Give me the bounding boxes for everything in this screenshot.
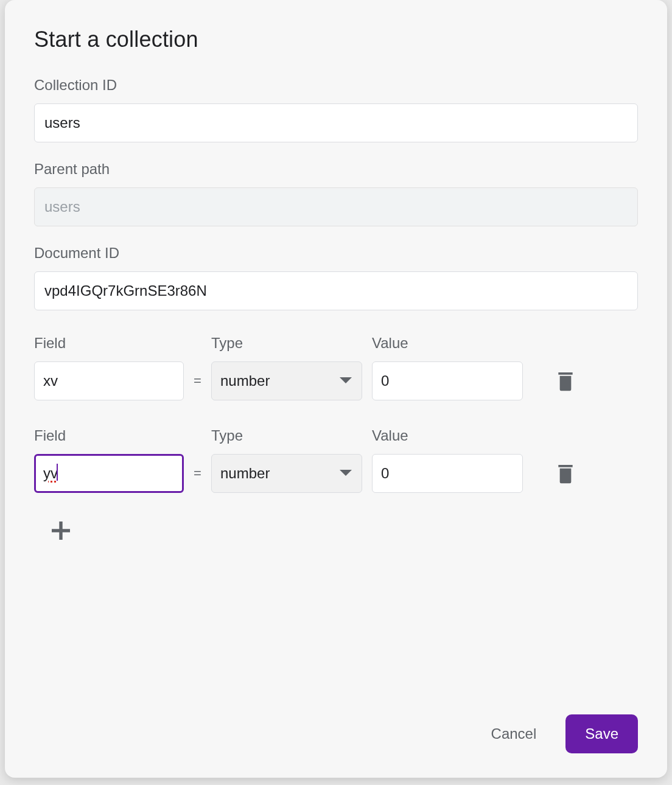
field-row: yv = number <box>34 454 638 493</box>
svg-rect-0 <box>558 372 572 375</box>
trash-icon[interactable] <box>557 371 574 391</box>
field-row-labels: Field Type Value <box>34 427 638 444</box>
field-column-header: Field <box>34 335 184 352</box>
caret-down-icon <box>340 470 352 476</box>
field-value-input[interactable] <box>372 454 523 493</box>
equals-sign: = <box>184 373 211 389</box>
field-type-select[interactable]: number <box>211 361 362 400</box>
collection-id-label: Collection ID <box>34 77 638 94</box>
type-column-header: Type <box>211 335 362 352</box>
start-collection-dialog: Start a collection Collection ID Parent … <box>5 0 667 778</box>
field-row: = number <box>34 361 638 400</box>
field-value-input[interactable] <box>372 361 523 400</box>
save-button[interactable]: Save <box>565 714 638 753</box>
document-id-label: Document ID <box>34 245 638 262</box>
field-type-value: number <box>220 372 270 389</box>
equals-sign: = <box>184 466 211 481</box>
add-field-row <box>34 520 638 544</box>
caret-down-icon <box>340 377 352 383</box>
plus-icon[interactable] <box>50 520 72 542</box>
cancel-button[interactable]: Cancel <box>486 718 542 750</box>
value-column-header: Value <box>372 427 523 444</box>
svg-rect-3 <box>52 529 70 532</box>
field-row-labels: Field Type Value <box>34 335 638 352</box>
parent-path-input <box>34 187 638 226</box>
collection-id-section: Collection ID <box>34 77 638 142</box>
type-column-header: Type <box>211 427 362 444</box>
trash-icon[interactable] <box>557 463 574 484</box>
field-type-value: number <box>220 465 270 482</box>
field-name-input[interactable]: yv <box>34 454 184 493</box>
parent-path-section: Parent path <box>34 161 638 226</box>
dialog-footer: Cancel Save <box>34 696 638 753</box>
parent-path-label: Parent path <box>34 161 638 178</box>
text-cursor <box>57 464 58 481</box>
document-id-section: Document ID <box>34 245 638 310</box>
field-type-select[interactable]: number <box>211 454 362 493</box>
collection-id-input[interactable] <box>34 103 638 142</box>
fields-container: Field Type Value = number Fiel <box>34 335 638 544</box>
field-name-input[interactable] <box>34 361 184 400</box>
dialog-title: Start a collection <box>34 27 638 52</box>
value-column-header: Value <box>372 335 523 352</box>
field-column-header: Field <box>34 427 184 444</box>
svg-rect-1 <box>558 465 572 467</box>
document-id-input[interactable] <box>34 271 638 310</box>
